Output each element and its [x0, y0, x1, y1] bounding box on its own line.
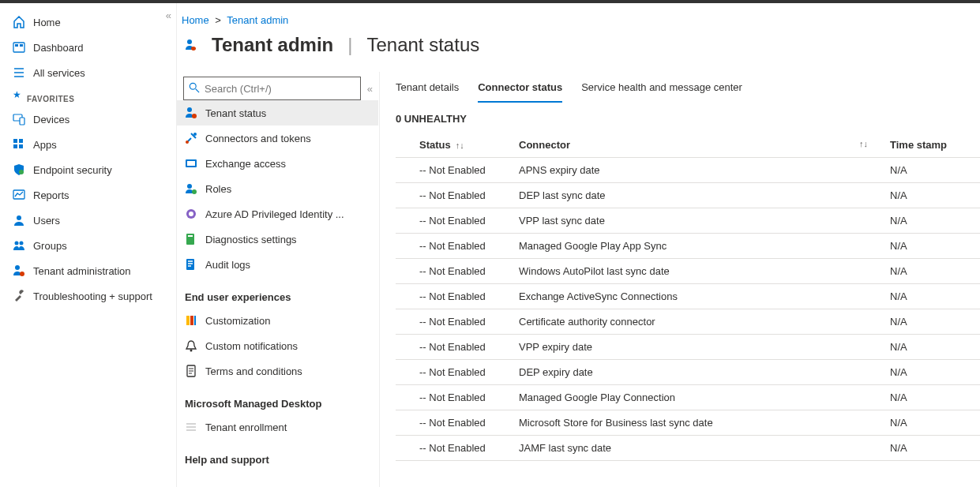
nav-reports[interactable]: Reports [0, 182, 176, 208]
nav-tenant-admin[interactable]: Tenant administration [0, 258, 176, 283]
svg-rect-0 [13, 43, 24, 52]
nav-troubleshooting[interactable]: Troubleshooting + support [0, 283, 176, 309]
collapse-leftnav-icon[interactable]: « [166, 9, 171, 21]
subnav-azure-pim[interactable]: Azure AD Privileged Identity ... [177, 201, 378, 227]
bell-icon [185, 339, 197, 352]
subnav-roles[interactable]: Roles [177, 176, 378, 201]
cell-timestamp: N/A [885, 360, 980, 385]
table-row[interactable]: -- Not EnabledMicrosoft Store for Busine… [396, 410, 980, 436]
search-box[interactable] [183, 77, 361, 100]
svg-point-20 [192, 114, 197, 118]
th-timestamp[interactable]: Time stamp [885, 133, 980, 158]
nav-users[interactable]: Users [0, 208, 176, 233]
svg-point-11 [17, 215, 21, 220]
svg-point-17 [190, 83, 196, 89]
cell-status: -- Not Enabled [396, 385, 514, 410]
svg-point-21 [186, 140, 189, 144]
nav-label: Dashboard [33, 42, 84, 54]
nav-home[interactable]: Home [0, 9, 176, 35]
subnav-tenant-status[interactable]: Tenant status [177, 100, 378, 125]
table-row[interactable]: -- Not EnabledVPP expiry dateN/A [396, 335, 980, 360]
svg-point-15 [20, 272, 24, 276]
cell-status: -- Not Enabled [396, 284, 514, 309]
cell-connector: Managed Google Play App Sync [514, 234, 885, 259]
subnav-label: Roles [205, 183, 231, 195]
svg-rect-5 [13, 139, 17, 143]
tab-tenant-details[interactable]: Tenant details [396, 77, 459, 103]
nav-all-services[interactable]: All services [0, 60, 176, 85]
subnav-terms[interactable]: Terms and conditions [177, 358, 378, 384]
subnav-label: Diagnostics settings [205, 234, 297, 245]
breadcrumb-tenant-admin[interactable]: Tenant admin [227, 14, 288, 26]
nav-label: Groups [33, 240, 67, 252]
table-row[interactable]: -- Not EnabledExchange ActiveSync Connec… [396, 284, 980, 309]
subnav-exchange[interactable]: Exchange access [177, 151, 378, 176]
apps-icon [13, 138, 25, 151]
subnav-label: Terms and conditions [205, 365, 302, 377]
th-status[interactable]: Status↑↓ [396, 133, 514, 158]
nav-label: Endpoint security [33, 164, 112, 176]
all-services-icon [13, 66, 25, 79]
star-icon: ★ [13, 89, 21, 100]
svg-point-12 [15, 242, 19, 245]
subnav-label: Custom notifications [205, 340, 298, 352]
subnav-label: Tenant enrollment [205, 421, 287, 433]
table-row[interactable]: -- Not EnabledCertificate authority conn… [396, 309, 980, 335]
subnav-diagnostics[interactable]: Diagnostics settings [177, 227, 378, 252]
nav-label: All services [33, 67, 85, 79]
svg-point-9 [19, 170, 24, 174]
table-row[interactable]: -- Not EnabledVPP last sync dateN/A [396, 208, 980, 234]
nav-label: Home [33, 17, 61, 28]
cell-status: -- Not Enabled [396, 335, 514, 360]
exchange-icon [185, 157, 197, 170]
nav-apps[interactable]: Apps [0, 132, 176, 157]
cell-timestamp: N/A [885, 436, 980, 461]
search-input[interactable] [205, 83, 355, 95]
cell-status: -- Not Enabled [396, 259, 514, 284]
table-row[interactable]: -- Not EnabledDEP expiry dateN/A [396, 360, 980, 385]
audit-logs-icon [185, 258, 197, 271]
subnav-tenant-enrollment[interactable]: Tenant enrollment [177, 414, 378, 440]
tenant-admin-icon [13, 264, 25, 277]
cell-timestamp: N/A [885, 284, 980, 309]
nav-groups[interactable]: Groups [0, 233, 176, 258]
subnav-label: Exchange access [205, 158, 286, 170]
table-row[interactable]: -- Not EnabledJAMF last sync dateN/A [396, 436, 980, 461]
nav-endpoint-security[interactable]: Endpoint security [0, 157, 176, 182]
tenant-status-icon [185, 107, 197, 119]
cell-status: -- Not Enabled [396, 158, 514, 183]
table-row[interactable]: -- Not EnabledAPNS expiry dateN/A [396, 158, 980, 183]
cell-timestamp: N/A [885, 183, 980, 208]
svg-point-19 [187, 107, 192, 112]
subnav-label: Azure AD Privileged Identity ... [205, 208, 344, 220]
svg-rect-34 [194, 316, 196, 325]
nav-label: Users [33, 215, 60, 227]
subnav-audit-logs[interactable]: Audit logs [177, 252, 378, 277]
tab-service-health[interactable]: Service health and message center [581, 77, 742, 103]
cell-timestamp: N/A [885, 234, 980, 259]
svg-rect-7 [13, 144, 17, 148]
nav-devices[interactable]: Devices [0, 107, 176, 132]
breadcrumb-sep: > [212, 14, 224, 26]
cell-timestamp: N/A [885, 208, 980, 234]
nav-dashboard[interactable]: Dashboard [0, 35, 176, 60]
table-row[interactable]: -- Not EnabledWindows AutoPilot last syn… [396, 259, 980, 284]
table-row[interactable]: -- Not EnabledDEP last sync dateN/A [396, 183, 980, 208]
subnav-custom-notifications[interactable]: Custom notifications [177, 333, 378, 358]
breadcrumb-home[interactable]: Home [182, 14, 209, 26]
nav-label: Devices [33, 114, 69, 125]
th-connector[interactable]: Connector ↑↓ [514, 133, 885, 158]
collapse-subnav-icon[interactable]: « [367, 83, 373, 95]
svg-point-22 [193, 133, 197, 136]
tabs: Tenant details Connector status Service … [396, 77, 980, 103]
cell-timestamp: N/A [885, 158, 980, 183]
cell-status: -- Not Enabled [396, 410, 514, 436]
table-row[interactable]: -- Not EnabledManaged Google Play Connec… [396, 385, 980, 410]
subnav-connectors[interactable]: Connectors and tokens [177, 125, 378, 151]
subnav-customization[interactable]: Customization [177, 308, 378, 333]
cell-connector: Exchange ActiveSync Connections [514, 284, 885, 309]
cell-connector: Windows AutoPilot last sync date [514, 259, 885, 284]
cell-timestamp: N/A [885, 410, 980, 436]
table-row[interactable]: -- Not EnabledManaged Google Play App Sy… [396, 234, 980, 259]
tab-connector-status[interactable]: Connector status [478, 77, 562, 103]
